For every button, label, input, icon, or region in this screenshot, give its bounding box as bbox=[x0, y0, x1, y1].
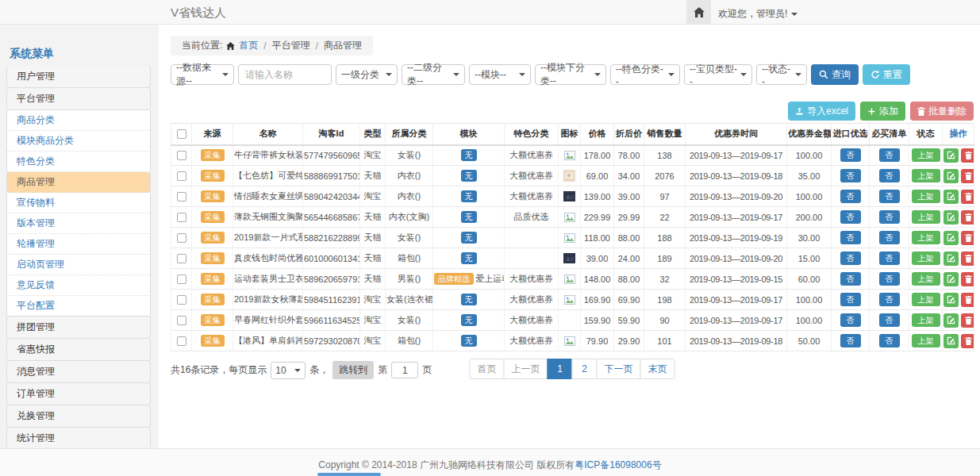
import-select-toggle[interactable]: 否 bbox=[840, 231, 861, 244]
user-menu[interactable]: 欢迎您，管理员! bbox=[718, 7, 797, 21]
import-select-toggle[interactable]: 否 bbox=[840, 334, 861, 347]
status-button[interactable]: 上架 bbox=[912, 313, 940, 327]
delete-button[interactable] bbox=[961, 272, 974, 286]
must-buy-toggle[interactable]: 否 bbox=[879, 334, 900, 347]
edit-button[interactable] bbox=[943, 210, 959, 225]
per-page-select[interactable]: 10 bbox=[271, 362, 306, 379]
row-checkbox[interactable] bbox=[177, 192, 186, 202]
batch-delete-button[interactable]: 批量删除 bbox=[910, 102, 974, 121]
must-buy-toggle[interactable]: 否 bbox=[879, 210, 900, 224]
import-select-toggle[interactable]: 否 bbox=[840, 148, 861, 162]
edit-button[interactable] bbox=[943, 251, 959, 266]
must-buy-toggle[interactable]: 否 bbox=[879, 190, 900, 203]
delete-button[interactable] bbox=[961, 334, 974, 348]
sidebar-item-carousel-management[interactable]: 轮播管理 bbox=[6, 234, 151, 255]
row-checkbox[interactable] bbox=[177, 233, 186, 243]
must-buy-toggle[interactable]: 否 bbox=[879, 313, 900, 327]
add-button[interactable]: 添加 bbox=[860, 102, 905, 121]
import-select-toggle[interactable]: 否 bbox=[840, 190, 861, 203]
sidebar-item-saving-express-news[interactable]: 省惠快报 bbox=[6, 338, 151, 361]
must-buy-toggle[interactable]: 否 bbox=[879, 148, 900, 162]
breadcrumb-home-link[interactable]: 首页 bbox=[239, 39, 258, 52]
sidebar-item-feature-category[interactable]: 特色分类 bbox=[6, 152, 151, 172]
sidebar-item-splash-page-management[interactable]: 启动页管理 bbox=[6, 255, 151, 275]
edit-button[interactable] bbox=[943, 148, 959, 163]
reset-button[interactable]: 重置 bbox=[863, 64, 910, 85]
delete-button[interactable] bbox=[961, 251, 974, 266]
edit-button[interactable] bbox=[943, 231, 959, 245]
row-checkbox[interactable] bbox=[177, 316, 186, 325]
icp-link[interactable]: 粤ICP备16098006号 bbox=[575, 459, 661, 470]
import-select-toggle[interactable]: 否 bbox=[840, 169, 861, 182]
delete-button[interactable] bbox=[961, 210, 974, 225]
must-buy-toggle[interactable]: 否 bbox=[879, 231, 900, 244]
status-button[interactable]: 上架 bbox=[912, 334, 940, 347]
filter-select-level2-category[interactable]: --二级分类-- bbox=[402, 64, 465, 85]
filter-select-feature-category[interactable]: --特色分类-- bbox=[610, 64, 680, 85]
import-excel-button[interactable]: 导入excel bbox=[788, 102, 855, 121]
must-buy-toggle[interactable]: 否 bbox=[879, 293, 900, 306]
filter-select-status[interactable]: --状态-- bbox=[756, 64, 807, 85]
must-buy-toggle[interactable]: 否 bbox=[879, 169, 900, 182]
delete-button[interactable] bbox=[961, 293, 974, 307]
jump-page-input[interactable] bbox=[391, 362, 418, 378]
sidebar-item-feedback[interactable]: 意见反馈 bbox=[6, 275, 151, 296]
status-button[interactable]: 上架 bbox=[912, 148, 940, 162]
status-button[interactable]: 上架 bbox=[912, 210, 940, 224]
delete-button[interactable] bbox=[961, 169, 974, 183]
status-button[interactable]: 上架 bbox=[912, 231, 940, 244]
sidebar-item-exchange-management[interactable]: 兑换管理 bbox=[6, 405, 151, 428]
sidebar-item-message-management[interactable]: 消息管理 bbox=[6, 360, 151, 383]
jump-button[interactable]: 跳转到 bbox=[332, 361, 374, 379]
next-page-button[interactable]: 下一页 bbox=[597, 359, 641, 379]
sidebar-item-module-product-category[interactable]: 模块商品分类 bbox=[6, 131, 151, 152]
sidebar-item-product-management[interactable]: 商品管理 bbox=[6, 172, 151, 193]
status-button[interactable]: 上架 bbox=[912, 293, 940, 306]
row-checkbox[interactable] bbox=[177, 254, 186, 263]
import-select-toggle[interactable]: 否 bbox=[840, 293, 861, 306]
filter-select-module-sub-category[interactable]: --模块下分类-- bbox=[535, 64, 606, 85]
edit-button[interactable] bbox=[943, 293, 959, 307]
import-select-toggle[interactable]: 否 bbox=[840, 272, 861, 286]
filter-select-level1-category[interactable]: 一级分类 bbox=[336, 64, 398, 85]
filter-select-module[interactable]: --模块-- bbox=[469, 64, 531, 85]
filter-select-data-source[interactable]: --数据来源-- bbox=[171, 64, 234, 85]
first-page-button[interactable]: 首页 bbox=[470, 359, 505, 379]
row-checkbox[interactable] bbox=[177, 336, 186, 346]
edit-button[interactable] bbox=[943, 272, 959, 286]
sidebar-item-product-category[interactable]: 商品分类 bbox=[6, 110, 151, 131]
sidebar-item-promo-materials[interactable]: 宣传物料 bbox=[6, 193, 151, 213]
import-select-toggle[interactable]: 否 bbox=[840, 313, 861, 327]
status-button[interactable]: 上架 bbox=[912, 190, 940, 203]
edit-button[interactable] bbox=[943, 313, 959, 328]
page-1-button[interactable]: 1 bbox=[548, 359, 573, 379]
row-checkbox[interactable] bbox=[177, 295, 186, 305]
must-buy-toggle[interactable]: 否 bbox=[879, 251, 900, 265]
edit-button[interactable] bbox=[943, 190, 959, 204]
status-button[interactable]: 上架 bbox=[912, 169, 940, 182]
row-checkbox[interactable] bbox=[177, 151, 186, 160]
must-buy-toggle[interactable]: 否 bbox=[879, 272, 900, 286]
import-select-toggle[interactable]: 否 bbox=[840, 210, 861, 224]
sidebar-item-order-management[interactable]: 订单管理 bbox=[6, 382, 151, 405]
sidebar-item-version-management[interactable]: 版本管理 bbox=[6, 213, 151, 234]
filter-select-item-type[interactable]: --宝贝类型-- bbox=[684, 64, 752, 85]
sidebar-item-platform-management[interactable]: 平台管理 bbox=[6, 87, 151, 110]
prev-page-button[interactable]: 上一页 bbox=[504, 359, 548, 379]
horizontal-scrollbar-thumb[interactable] bbox=[317, 473, 381, 476]
row-checkbox[interactable] bbox=[177, 171, 186, 181]
sidebar-item-platform-config[interactable]: 平台配置 bbox=[6, 296, 151, 317]
delete-button[interactable] bbox=[961, 148, 974, 163]
page-2-button[interactable]: 2 bbox=[572, 359, 598, 379]
import-select-toggle[interactable]: 否 bbox=[840, 251, 861, 265]
last-page-button[interactable]: 末页 bbox=[640, 359, 675, 379]
edit-button[interactable] bbox=[943, 169, 959, 183]
row-checkbox[interactable] bbox=[177, 213, 186, 222]
status-button[interactable]: 上架 bbox=[912, 272, 940, 286]
sidebar-item-stats-management[interactable]: 统计管理 bbox=[6, 427, 151, 447]
row-checkbox[interactable] bbox=[177, 274, 186, 284]
delete-button[interactable] bbox=[961, 231, 974, 245]
sidebar-item-group-buy-management[interactable]: 拼团管理 bbox=[6, 316, 151, 339]
sidebar-item-user-management[interactable]: 用户管理 bbox=[6, 66, 151, 88]
select-all-checkbox[interactable] bbox=[177, 129, 186, 139]
